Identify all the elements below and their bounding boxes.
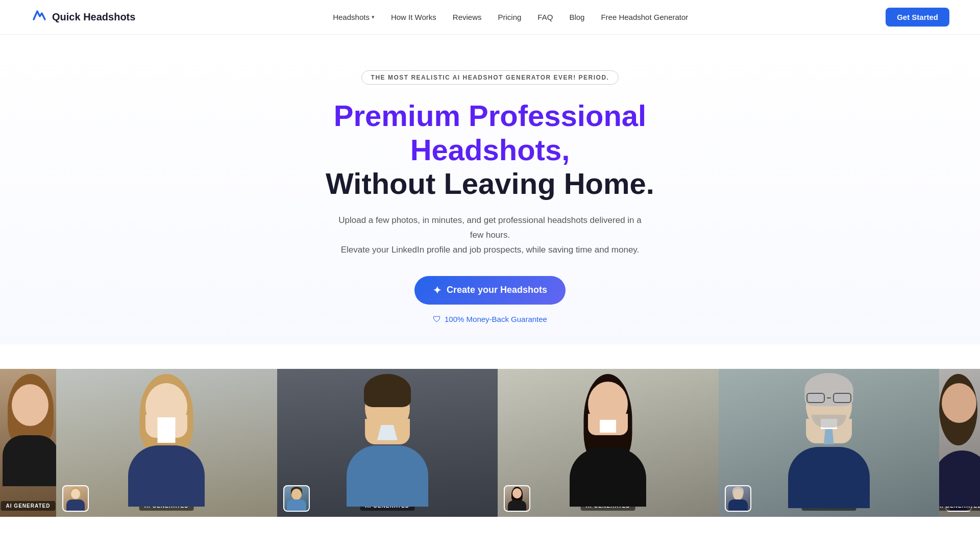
- nav-link-blog[interactable]: Blog: [569, 13, 584, 21]
- logo-icon: [31, 7, 47, 27]
- nav-link-pricing[interactable]: Pricing: [498, 13, 522, 21]
- gallery-card-6: AI GENERATED: [939, 369, 980, 517]
- navigation: Quick Headshots Headshots ▾ How It Works…: [0, 0, 980, 35]
- gallery-thumb-3: [283, 485, 310, 512]
- nav-link-headshots[interactable]: Headshots ▾: [333, 13, 375, 21]
- gallery-card-4: AI GENERATED: [498, 369, 719, 517]
- hero-section: THE MOST REALISTIC AI HEADSHOT GENERATOR…: [0, 35, 980, 344]
- hero-title-line1: Premium Professional Headshots,: [334, 99, 646, 166]
- gallery-thumb-5: [725, 485, 751, 512]
- logo[interactable]: Quick Headshots: [31, 7, 135, 27]
- ai-generated-badge-1: AI GENERATED: [1, 501, 56, 511]
- gallery-card-3: AI GENERATED: [277, 369, 498, 517]
- hero-title-line2: Without Leaving Home.: [326, 167, 654, 200]
- shield-icon: 🛡: [433, 315, 441, 324]
- get-started-button[interactable]: Get Started: [886, 8, 949, 27]
- gallery-card-2: AI GENERATED: [56, 369, 277, 517]
- money-back-guarantee: 🛡 100% Money-Back Guarantee: [10, 315, 970, 324]
- nav-link-faq[interactable]: FAQ: [537, 13, 553, 21]
- logo-text: Quick Headshots: [52, 11, 135, 23]
- sparkle-icon: ✦: [433, 284, 442, 296]
- headshot-gallery: AI GENERATED AI: [0, 369, 980, 517]
- gallery-thumb-4: [504, 485, 530, 512]
- nav-link-how-it-works[interactable]: How It Works: [391, 13, 436, 21]
- chevron-down-icon: ▾: [372, 14, 375, 20]
- gallery-card-5: AI GENERATED: [719, 369, 940, 517]
- nav-link-free-generator[interactable]: Free Headshot Generator: [601, 13, 688, 21]
- hero-subtitle: Upload a few photos, in minutes, and get…: [332, 213, 648, 258]
- nav-links: Headshots ▾ How It Works Reviews Pricing…: [333, 13, 688, 21]
- nav-link-reviews[interactable]: Reviews: [453, 13, 482, 21]
- create-headshots-button[interactable]: ✦ Create your Headshots: [414, 276, 566, 305]
- gallery-thumb-2: [62, 485, 89, 512]
- hero-badge: THE MOST REALISTIC AI HEADSHOT GENERATOR…: [361, 70, 619, 85]
- hero-title: Premium Professional Headshots, Without …: [286, 99, 694, 201]
- gallery-card-1: AI GENERATED: [0, 369, 56, 517]
